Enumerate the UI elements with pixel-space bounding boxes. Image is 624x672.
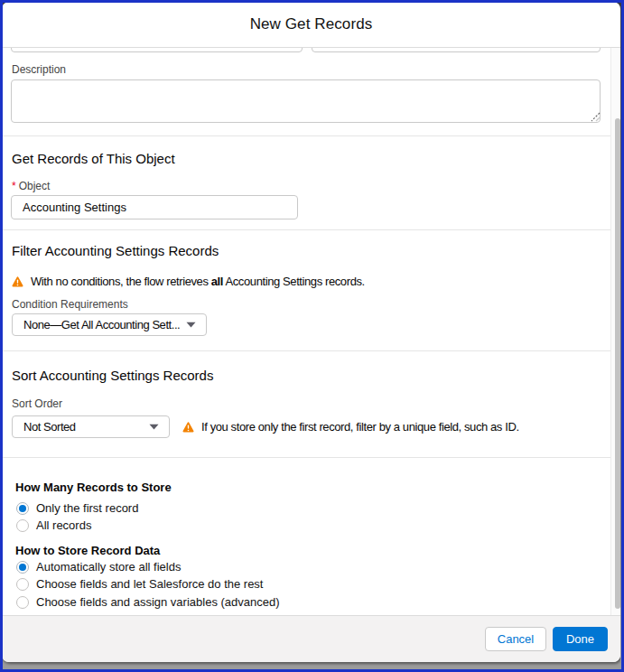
sort-order-picklist[interactable]: Not Sorted — [12, 415, 170, 438]
radio-icon — [16, 561, 29, 574]
section-divider — [2, 350, 610, 351]
radio-store-all-fields[interactable]: Automatically store all fields — [16, 558, 181, 575]
done-button[interactable]: Done — [553, 627, 608, 651]
sort-warning-text: If you store only the first record, filt… — [201, 420, 519, 434]
radio-only-first-record[interactable]: Only the first record — [16, 499, 138, 517]
radio-choose-fields-salesforce[interactable]: Choose fields and let Salesforce do the … — [16, 575, 263, 593]
how-store-label: How to Store Record Data — [15, 544, 160, 557]
section-divider — [2, 135, 610, 136]
condition-requirements-label: Condition Requirements — [12, 298, 128, 311]
chevron-down-icon — [149, 424, 159, 430]
filter-warning-text: With no conditions, the flow retrieves a… — [31, 275, 365, 288]
textarea-resize-grip-icon[interactable] — [590, 111, 601, 122]
modal-footer: Cancel Done — [2, 615, 620, 662]
filter-warning-row: With no conditions, the flow retrieves a… — [12, 275, 365, 288]
chevron-down-icon — [186, 322, 196, 328]
scrollbar-track[interactable] — [610, 48, 620, 615]
object-section-heading: Get Records of This Object — [12, 150, 175, 167]
warning-icon — [12, 276, 23, 287]
sort-warning-row: If you store only the first record, filt… — [182, 415, 519, 438]
modal-title: New Get Records — [250, 15, 373, 33]
label-input-cutoff[interactable] — [11, 48, 303, 52]
section-divider — [2, 229, 610, 230]
sort-section-heading: Sort Accounting Settings Records — [12, 367, 213, 384]
warning-icon — [182, 422, 194, 433]
how-many-records-label: How Many Records to Store — [15, 481, 172, 494]
api-name-input-cutoff[interactable] — [312, 48, 601, 52]
modal-body: Description Get Records of This Object *… — [2, 48, 620, 615]
radio-icon — [16, 519, 29, 532]
backdrop-right-sliver — [620, 3, 622, 662]
description-textarea[interactable] — [11, 79, 601, 123]
object-input[interactable]: Accounting Settings — [11, 195, 298, 219]
radio-icon — [16, 596, 29, 609]
modal-header: New Get Records — [2, 2, 620, 48]
sort-order-value: Not Sorted — [23, 420, 144, 434]
condition-requirements-picklist[interactable]: None—Get All Accounting Sett... — [12, 313, 207, 336]
section-divider — [2, 457, 610, 458]
object-label: *Object — [12, 180, 50, 192]
cancel-button[interactable]: Cancel — [485, 627, 546, 651]
condition-requirements-value: None—Get All Accounting Sett... — [23, 318, 181, 331]
radio-choose-fields-advanced[interactable]: Choose fields and assign variables (adva… — [16, 593, 280, 611]
filter-section-heading: Filter Accounting Settings Records — [12, 242, 219, 259]
radio-icon — [16, 502, 29, 515]
required-asterisk: * — [12, 180, 16, 192]
radio-all-records[interactable]: All records — [16, 517, 91, 534]
radio-icon — [16, 578, 29, 591]
sort-order-label: Sort Order — [12, 397, 62, 410]
object-input-value: Accounting Settings — [23, 201, 126, 214]
new-get-records-modal: New Get Records Description Get Records … — [2, 2, 620, 662]
description-label: Description — [12, 63, 66, 76]
